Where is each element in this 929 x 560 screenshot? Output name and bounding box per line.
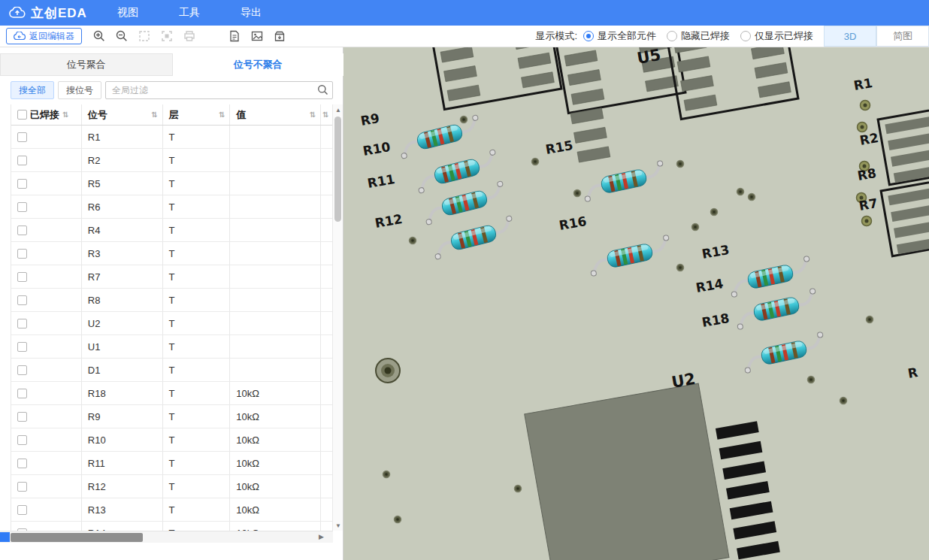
menu-export[interactable]: 导出 bbox=[241, 6, 262, 20]
table-body: R1 T R2 T R5 T R6 T R4 T R3 T R7 T bbox=[11, 126, 333, 531]
search-designator-button[interactable]: 搜位号 bbox=[58, 81, 101, 99]
cell-layer: T bbox=[163, 149, 231, 172]
cell-soldered bbox=[11, 265, 82, 289]
cell-extra bbox=[321, 149, 333, 172]
cell-designator: U2 bbox=[82, 312, 163, 335]
table-row[interactable]: D1 T bbox=[11, 359, 333, 382]
print-icon[interactable] bbox=[183, 29, 196, 43]
cell-soldered bbox=[11, 452, 82, 475]
cell-extra bbox=[321, 475, 333, 498]
bom-document-icon[interactable] bbox=[228, 29, 241, 43]
horizontal-scroll-thumb[interactable] bbox=[11, 533, 143, 542]
table-row[interactable]: U1 T bbox=[11, 335, 333, 359]
sort-icon[interactable]: ⇅ bbox=[310, 111, 316, 119]
row-checkbox[interactable] bbox=[17, 365, 27, 375]
table-row[interactable]: U2 T bbox=[11, 312, 333, 335]
radio-only-soldered[interactable]: 仅显示已焊接 bbox=[740, 29, 813, 43]
search-icon[interactable] bbox=[317, 84, 328, 98]
scroll-down-icon[interactable]: ▼ bbox=[333, 520, 343, 531]
sort-icon[interactable]: ⇅ bbox=[62, 111, 68, 119]
search-all-button[interactable]: 搜全部 bbox=[11, 81, 54, 99]
table-row[interactable]: R4 T bbox=[11, 219, 333, 242]
scroll-up-icon[interactable]: ▲ bbox=[333, 104, 343, 115]
table-header: 已焊接 ⇅ 位号 ⇅ 层 ⇅ 值 ⇅ ⇅ bbox=[11, 104, 333, 126]
radio-selected-icon bbox=[583, 31, 594, 41]
cell-designator: R7 bbox=[82, 265, 163, 289]
table-row[interactable]: R3 T bbox=[11, 242, 333, 265]
tab-designator-aggregated[interactable]: 位号聚合 bbox=[0, 53, 173, 76]
table-row[interactable]: R12 T 10kΩ bbox=[11, 475, 333, 498]
mounting-hole bbox=[376, 359, 400, 383]
cell-extra bbox=[321, 242, 333, 265]
table-row[interactable]: R5 T bbox=[11, 172, 333, 195]
row-checkbox[interactable] bbox=[17, 482, 27, 492]
sort-icon[interactable]: ⇅ bbox=[219, 111, 225, 119]
cell-designator: R6 bbox=[82, 195, 163, 219]
zoom-out-icon[interactable] bbox=[115, 29, 129, 43]
image-export-icon[interactable] bbox=[250, 29, 264, 43]
app-title: 立创EDA bbox=[31, 5, 87, 22]
row-checkbox[interactable] bbox=[17, 202, 27, 212]
table-row[interactable]: R9 T 10kΩ bbox=[11, 405, 333, 428]
cell-designator: U1 bbox=[82, 335, 163, 359]
row-checkbox[interactable] bbox=[17, 272, 27, 282]
box-select-icon[interactable] bbox=[138, 29, 151, 43]
table-row[interactable]: R2 T bbox=[11, 149, 333, 172]
row-checkbox[interactable] bbox=[17, 156, 27, 165]
sort-icon[interactable]: ⇅ bbox=[322, 111, 328, 119]
back-button-label: 返回编辑器 bbox=[29, 30, 74, 43]
table-row[interactable]: R18 T 10kΩ bbox=[11, 382, 333, 405]
row-checkbox[interactable] bbox=[17, 295, 27, 305]
select-all-checkbox[interactable] bbox=[17, 110, 27, 120]
sort-icon[interactable]: ⇅ bbox=[151, 111, 157, 119]
row-checkbox[interactable] bbox=[17, 319, 27, 328]
zoom-in-icon[interactable] bbox=[92, 29, 106, 43]
radio-hide-soldered[interactable]: 隐藏已焊接 bbox=[667, 29, 730, 43]
tab-designator-not-aggregated[interactable]: 位号不聚合 bbox=[173, 53, 344, 76]
view-schematic-button[interactable]: 简图 bbox=[876, 26, 929, 47]
row-checkbox[interactable] bbox=[17, 179, 27, 189]
row-checkbox[interactable] bbox=[17, 226, 27, 235]
scrollbar-corner[interactable] bbox=[0, 532, 10, 542]
table-row[interactable]: R7 T bbox=[11, 265, 333, 289]
vertical-scroll-thumb[interactable] bbox=[334, 117, 341, 222]
pcb-3d-view[interactable]: U5 R9 R10 R11 R12 R15 R16 R13 R14 R18 U2… bbox=[343, 47, 929, 560]
cell-soldered bbox=[11, 359, 82, 382]
view-3d-button[interactable]: 3D bbox=[824, 26, 876, 47]
table-row[interactable]: R1 T bbox=[11, 126, 333, 149]
fit-view-icon[interactable] bbox=[160, 29, 174, 43]
app-logo[interactable]: 立创EDA bbox=[9, 5, 87, 22]
row-checkbox[interactable] bbox=[17, 412, 27, 422]
row-checkbox[interactable] bbox=[17, 132, 27, 142]
horizontal-scrollbar[interactable]: ▶ bbox=[0, 531, 333, 543]
cell-extra bbox=[321, 498, 333, 522]
radio-show-all-components[interactable]: 显示全部元件 bbox=[583, 29, 656, 43]
row-checkbox[interactable] bbox=[17, 249, 27, 259]
table-row[interactable]: R8 T bbox=[11, 289, 333, 312]
vertical-scrollbar[interactable]: ▲ ▼ bbox=[332, 104, 343, 531]
cell-value bbox=[230, 242, 321, 265]
back-to-editor-button[interactable]: 返回编辑器 bbox=[6, 28, 82, 44]
global-filter-input[interactable] bbox=[105, 81, 333, 99]
row-checkbox[interactable] bbox=[17, 435, 27, 445]
header-label-designator: 位号 bbox=[88, 108, 107, 122]
export-package-icon[interactable] bbox=[273, 29, 286, 43]
radio-icon bbox=[740, 31, 751, 41]
table-row[interactable]: R11 T 10kΩ bbox=[11, 452, 333, 475]
row-checkbox[interactable] bbox=[17, 389, 27, 398]
menu-view[interactable]: 视图 bbox=[117, 6, 138, 20]
top-menu-bar: 立创EDA 视图 工具 导出 bbox=[0, 0, 929, 26]
table-row[interactable]: R13 T 10kΩ bbox=[11, 498, 333, 522]
table-row[interactable]: R6 T bbox=[11, 195, 333, 219]
cell-value bbox=[230, 195, 321, 219]
component-table: 已焊接 ⇅ 位号 ⇅ 层 ⇅ 值 ⇅ ⇅ R1 T bbox=[11, 104, 333, 531]
row-checkbox[interactable] bbox=[17, 505, 27, 515]
row-checkbox[interactable] bbox=[17, 342, 27, 352]
row-checkbox[interactable] bbox=[17, 459, 27, 468]
scroll-right-icon[interactable]: ▶ bbox=[319, 533, 324, 540]
table-row[interactable]: R14 T 10kΩ bbox=[11, 522, 333, 531]
cell-layer: T bbox=[163, 382, 231, 405]
table-row[interactable]: R10 T 10kΩ bbox=[11, 428, 333, 452]
menu-tools[interactable]: 工具 bbox=[179, 6, 200, 20]
cell-value bbox=[230, 265, 321, 289]
